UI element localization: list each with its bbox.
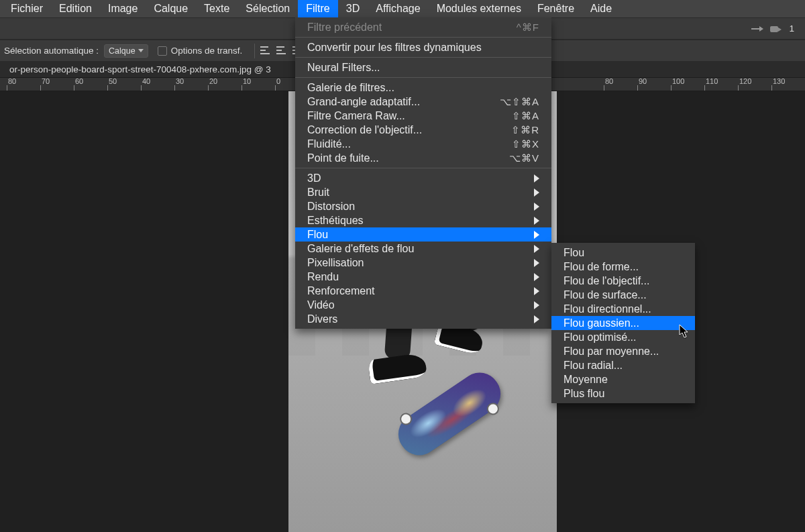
document-tab-label: or-person-people-board-sport-street-7004…: [9, 64, 271, 74]
align-left-icon[interactable]: [259, 46, 271, 56]
submenu-item-label: Flou de surface...: [564, 289, 683, 301]
row1-trailing-number: 1: [789, 23, 794, 34]
menu-item-affichage[interactable]: Affichage: [368, 0, 428, 17]
submenu-item-label: Plus flou: [564, 388, 683, 400]
menu-item-aide[interactable]: Aide: [582, 0, 620, 17]
menu-item-label: Grand-angle adaptatif...: [307, 96, 474, 108]
menu-item-shortcut: ⇧⌘X: [512, 138, 539, 150]
ruler-tick: 0: [275, 78, 280, 91]
ruler-tick: 50: [107, 78, 117, 91]
submenu-item-label: Flou par moyenne...: [564, 345, 683, 358]
submenu-item[interactable]: Flou: [551, 246, 695, 260]
menu-item-label: Galerie d'effets de flou: [307, 243, 518, 255]
submenu-item-label: Flou directionnel...: [564, 303, 683, 315]
menu-item-fenêtre[interactable]: Fenêtre: [529, 0, 582, 17]
submenu-item[interactable]: Flou radial...: [551, 358, 695, 372]
menu-item-calque[interactable]: Calque: [146, 0, 196, 17]
menubar: FichierEditionImageCalqueTexteSélectionF…: [0, 0, 805, 17]
menu-item-label: Correction de l'objectif...: [307, 124, 486, 136]
menu-item-fichier[interactable]: Fichier: [3, 0, 51, 17]
ruler-tick: 100: [671, 78, 684, 91]
menu-item[interactable]: Fluidité...⇧⌘X: [295, 137, 551, 151]
filter-menu[interactable]: Filtre précédent^⌘FConvertir pour les fi…: [295, 17, 551, 329]
submenu-item[interactable]: Plus flou: [551, 386, 695, 401]
submenu-item[interactable]: Flou de surface...: [551, 288, 695, 302]
menu-item[interactable]: Point de fuite...⌥⌘V: [295, 151, 551, 165]
menu-item[interactable]: Bruit: [295, 185, 551, 199]
align-center-icon[interactable]: [275, 46, 287, 56]
menu-item[interactable]: Filtre Camera Raw...⇧⌘A: [295, 109, 551, 123]
ruler-tick: 20: [208, 78, 217, 91]
menu-item-previous-filter: Filtre précédent^⌘F: [295, 20, 551, 34]
document-tab[interactable]: or-person-people-board-sport-street-7004…: [1, 62, 279, 76]
ruler-tick: 110: [704, 78, 718, 91]
menu-item-3d[interactable]: 3D: [338, 0, 368, 17]
ruler-tick: 10: [241, 78, 251, 91]
submenu-item[interactable]: Flou de l'objectif...: [551, 274, 695, 288]
ruler-tick: 80: [7, 78, 16, 91]
checkbox-box-icon: [158, 46, 167, 56]
menu-item-label: Bruit: [307, 187, 518, 199]
menu-item[interactable]: Esthétiques: [295, 213, 551, 227]
menu-item-label: Neural Filters...: [307, 62, 539, 74]
submenu-item-label: Flou radial...: [564, 360, 683, 372]
menu-item-label: Pixellisation: [307, 257, 518, 269]
menu-item[interactable]: Distorsion: [295, 199, 551, 213]
menu-item[interactable]: Convertir pour les filtres dynamiques: [295, 40, 551, 54]
menu-item[interactable]: Renforcement: [295, 284, 551, 298]
menu-item-label: Filtre Camera Raw...: [307, 110, 486, 122]
menu-item[interactable]: 3D: [295, 171, 551, 185]
menu-item-label: Esthétiques: [307, 215, 518, 227]
menu-item-shortcut: ⌥⇧⌘A: [500, 96, 539, 108]
arrows-icon[interactable]: [751, 24, 763, 34]
chevron-down-icon: [138, 49, 144, 52]
submenu-item[interactable]: Flou directionnel...: [551, 302, 695, 316]
menu-item[interactable]: Correction de l'objectif...⇧⌘R: [295, 123, 551, 137]
menu-item-shortcut: ⇧⌘A: [512, 110, 539, 122]
menu-item-edition[interactable]: Edition: [51, 0, 100, 17]
ruler-tick: 60: [74, 78, 83, 91]
submenu-item-label: Flou: [564, 247, 683, 259]
submenu-item[interactable]: Flou par moyenne...: [551, 344, 695, 358]
menu-item-image[interactable]: Image: [100, 0, 146, 17]
menu-item-label: Distorsion: [307, 201, 518, 213]
menu-item[interactable]: Neural Filters...: [295, 60, 551, 74]
submenu-item-label: Flou de l'objectif...: [564, 275, 683, 287]
submenu-item[interactable]: Flou optimisé...: [551, 330, 695, 344]
menu-item[interactable]: Divers: [295, 312, 551, 326]
transform-options-label: Options de transf.: [171, 46, 243, 56]
submenu-item[interactable]: Flou gaussien...: [551, 316, 695, 330]
menu-item-label: Galerie de filtres...: [307, 82, 539, 94]
menu-item[interactable]: Pixellisation: [295, 256, 551, 270]
ruler-tick: 70: [40, 78, 50, 91]
ruler-tick: 90: [637, 78, 647, 91]
submenu-item-label: Flou optimisé...: [564, 331, 683, 343]
menu-item-label: Convertir pour les filtres dynamiques: [307, 42, 539, 54]
menu-item-label: 3D: [307, 172, 518, 184]
menu-item[interactable]: Grand-angle adaptatif...⌥⇧⌘A: [295, 95, 551, 109]
flou-submenu[interactable]: FlouFlou de forme...Flou de l'objectif..…: [551, 243, 695, 403]
menu-item-label: Vidéo: [307, 299, 518, 311]
menu-item[interactable]: Galerie d'effets de flou: [295, 242, 551, 256]
submenu-item[interactable]: Flou de forme...: [551, 260, 695, 274]
menu-item-label: Renforcement: [307, 285, 518, 297]
ruler-tick: 120: [738, 78, 751, 91]
ruler-tick: 40: [141, 78, 150, 91]
menu-item-sélection[interactable]: Sélection: [237, 0, 298, 17]
transform-options-checkbox[interactable]: Options de transf.: [158, 46, 243, 56]
menu-item[interactable]: Rendu: [295, 270, 551, 284]
menu-item-filtre[interactable]: Filtre: [298, 0, 338, 17]
menu-item-label: Rendu: [307, 271, 518, 283]
menu-item-shortcut: ⌥⌘V: [509, 152, 539, 164]
menu-item[interactable]: Vidéo: [295, 298, 551, 312]
layer-select[interactable]: Calque: [104, 44, 148, 58]
ruler-tick: 130: [771, 78, 785, 91]
menu-item[interactable]: Galerie de filtres...: [295, 81, 551, 95]
auto-select-label: Sélection automatique :: [4, 46, 99, 56]
menu-item[interactable]: Flou: [295, 227, 551, 242]
ruler-tick: 30: [174, 78, 184, 91]
layer-select-value: Calque: [109, 46, 136, 56]
menu-item-texte[interactable]: Texte: [196, 0, 237, 17]
menu-item-modules-externes[interactable]: Modules externes: [429, 0, 529, 17]
submenu-item[interactable]: Moyenne: [551, 372, 695, 386]
